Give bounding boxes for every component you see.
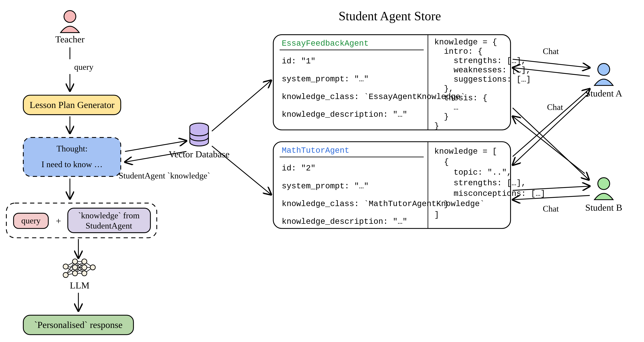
knowledge-pill-line2: StudentAgent	[86, 221, 132, 230]
essay-agent-card: EssayFeedbackAgent id: "1" system_prompt…	[273, 35, 531, 131]
vector-db-label: Vector Database	[169, 149, 230, 159]
math-knowledge-class: knowledge_class: `MathTutorAgentKnowledg…	[282, 199, 485, 208]
math-k-0: knowledge = [	[434, 147, 497, 156]
math-k-1: {	[434, 158, 449, 167]
edge-db-to-essay	[212, 80, 271, 131]
student-a-icon	[594, 63, 613, 85]
student-b-icon	[594, 178, 613, 200]
query-pill-label: query	[21, 216, 40, 225]
math-id: id: "2"	[282, 164, 316, 173]
essay-agent-name: EssayFeedbackAgent	[282, 39, 369, 48]
essay-k-8: }	[434, 112, 449, 121]
math-knowledge-desc: knowledge_description: "…"	[282, 217, 407, 226]
essay-k-5: },	[434, 84, 454, 93]
diagram-title: Student Agent Store	[339, 9, 441, 23]
thought-title: Thought:	[56, 144, 88, 153]
student-b-label: Student B	[585, 202, 622, 213]
math-agent-name: MathTutorAgent	[282, 146, 350, 155]
essay-id: id: "1"	[282, 57, 316, 66]
llm-icon	[63, 259, 95, 278]
essay-k-1: intro: {	[434, 47, 483, 56]
svg-point-26	[82, 271, 87, 276]
essay-knowledge-desc: knowledge_description: "…"	[282, 110, 407, 119]
edge-essay-to-studentB	[513, 108, 589, 180]
essay-k-3: weaknesses: […],	[434, 66, 531, 75]
thought-box	[23, 138, 121, 176]
essay-k-7: …	[434, 103, 458, 112]
math-agent-card: MathTutorAgent id: "2" system_prompt: "……	[273, 142, 546, 229]
essay-system-prompt: system_prompt: "…"	[282, 75, 369, 84]
chat-label-essay-b: Chat	[547, 103, 563, 112]
edge-query-label: query	[74, 62, 93, 72]
essay-k-2: strengths: […],	[434, 56, 526, 65]
chat-label-essay-a: Chat	[543, 47, 559, 56]
essay-k-6: thesis: {	[434, 94, 488, 103]
math-k-5: }	[434, 200, 449, 209]
teacher-label: Teacher	[55, 34, 84, 44]
math-k-6: ]	[434, 210, 439, 219]
llm-label: LLM	[70, 280, 90, 291]
student-a-label: Student A	[585, 88, 622, 98]
math-k-2: topic: "..",	[434, 168, 512, 177]
svg-point-27	[90, 265, 95, 270]
svg-point-20	[63, 272, 68, 278]
edge-db-to-math	[212, 146, 271, 194]
edge-studentagent-knowledge-label: StudentAgent `knowledge`	[118, 171, 210, 180]
response-label: `Personalised` response	[34, 320, 122, 330]
lesson-plan-label: Lesson Plan Generator	[30, 100, 114, 110]
svg-point-25	[82, 265, 87, 270]
svg-point-24	[82, 259, 87, 264]
math-k-4: misconceptions: […]	[434, 189, 546, 198]
chat-label-math-b: Chat	[543, 204, 559, 213]
svg-point-22	[72, 265, 78, 270]
svg-point-0	[64, 10, 76, 22]
essay-k-0: knowledge = {	[434, 38, 497, 47]
teacher-icon	[60, 10, 79, 32]
math-k-3: strengths: […],	[434, 178, 526, 188]
thought-body: I need to know …	[42, 160, 103, 169]
essay-k-9: }	[434, 122, 439, 131]
math-system-prompt: system_prompt: "…"	[282, 181, 369, 191]
svg-point-36	[598, 178, 610, 190]
svg-point-19	[63, 264, 68, 269]
plus-label: +	[56, 216, 61, 226]
database-icon	[190, 123, 208, 146]
svg-point-35	[598, 63, 610, 75]
svg-point-21	[72, 259, 78, 264]
svg-point-23	[72, 271, 78, 276]
essay-k-4: suggestions: […]	[434, 75, 531, 84]
knowledge-pill-line1: `knowledge` from	[78, 211, 140, 220]
